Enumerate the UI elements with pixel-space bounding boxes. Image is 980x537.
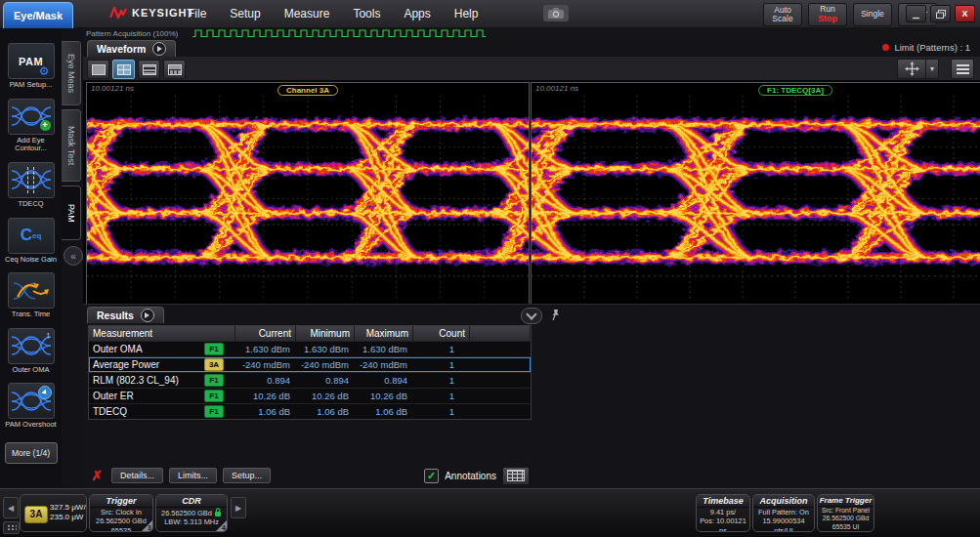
minimum-value: 10.26 dB: [296, 391, 355, 401]
table-grid-icon: [507, 470, 525, 481]
annotations-checkbox[interactable]: ✓: [424, 469, 439, 483]
updown-arrows-icon: ↕: [46, 330, 51, 340]
eye-panel-f1-tdecq[interactable]: 10.00121 ns F1: TDECQ[3A]: [531, 82, 980, 305]
count-value: 1: [413, 406, 470, 417]
source-badge: F1: [204, 405, 224, 418]
tab-pam[interactable]: PAM: [62, 186, 81, 240]
annotations-control: ✓ Annotations: [424, 467, 530, 485]
minimize-button[interactable]: ▁: [906, 5, 926, 22]
table-row[interactable]: RLM (802.3 CL_94) F1 0.894 0.894 0.894 1: [89, 372, 531, 388]
eye-mask-mode-tab[interactable]: Eye/Mask: [3, 2, 73, 28]
sidebar-item-tdecq[interactable]: TDECQ: [1, 162, 62, 209]
limit-indicator: Limit (Patterns) : 1: [882, 42, 970, 53]
results-footer-button[interactable]: Setup...: [223, 468, 271, 483]
count-value: 1: [413, 344, 470, 354]
table-row[interactable]: TDECQ F1 1.06 dB 1.06 dB 1.06 dB 1: [89, 403, 531, 419]
menu-item[interactable]: File: [188, 7, 206, 21]
chevron-down-icon: [526, 309, 536, 319]
measurement-table: Measurement Current Minimum Maximum Coun…: [88, 325, 532, 420]
tab-waveform[interactable]: Waveform: [87, 40, 176, 57]
eye-panel-channel-3a[interactable]: 10.00121 ns Channel 3A: [86, 82, 530, 305]
sidebar-item-ceq-noise-gain[interactable]: Ceq Ceq Noise Gain: [1, 218, 62, 265]
table-row[interactable]: Outer OMA F1 1.630 dBm 1.630 dBm 1.630 d…: [89, 341, 531, 356]
restore-button[interactable]: [930, 5, 951, 22]
waveform-play-icon[interactable]: [152, 42, 166, 56]
tab-mask-test[interactable]: Mask Test: [62, 109, 81, 182]
panel-timebase-readout: 10.00121 ns: [535, 84, 578, 93]
auto-scale-button[interactable]: Auto Scale: [763, 3, 802, 26]
layout-split-button[interactable]: [163, 60, 186, 79]
waveform-area: 10.00121 ns Channel 3A 10.00121 ns F1: T…: [83, 80, 980, 304]
channel-label-chip[interactable]: Channel 3A: [277, 85, 338, 96]
frame-trigger-panel[interactable]: Frame Trigger Src: Front Panel 26.562500…: [817, 494, 874, 532]
layout-single-button[interactable]: [87, 60, 109, 79]
sidebar-item-add-eye-contour[interactable]: + Add Eye Contour...: [1, 99, 62, 153]
scroll-right-button[interactable]: ▶: [231, 497, 246, 518]
tab-results[interactable]: Results: [87, 307, 164, 323]
toolbar-right: ▾: [897, 59, 974, 79]
function-label-chip[interactable]: F1: TDECQ[3A]: [758, 85, 832, 96]
window-controls: ▁ X: [906, 5, 975, 22]
display-menu-button[interactable]: [951, 59, 974, 79]
channel-badge[interactable]: 3A: [24, 506, 48, 523]
channel-3a-panel[interactable]: 3A 327.5 μW/ 235.0 μW: [20, 494, 87, 532]
sidebar-item-pam-overshoot[interactable]: PAM Overshoot: [1, 383, 62, 430]
flexdca-app: { "titlebar": { "app_tab": "Eye/Mask", "…: [0, 0, 980, 537]
sidebar-item-trans-time[interactable]: Trans. Time: [1, 272, 62, 319]
results-play-icon[interactable]: [141, 309, 154, 322]
results-footer-button[interactable]: Details...: [111, 468, 163, 483]
menu-item[interactable]: Tools: [353, 7, 380, 21]
pan-tool-button[interactable]: [897, 59, 926, 79]
source-badge: F1: [204, 390, 224, 402]
tab-eye-meas[interactable]: Eye Meas: [62, 41, 81, 105]
pan-tool-dropdown[interactable]: ▾: [926, 59, 939, 79]
delete-measurement-button[interactable]: ✗: [88, 468, 106, 483]
layout-rows-button[interactable]: [138, 60, 160, 79]
results-footer-button[interactable]: Limits...: [169, 468, 217, 483]
layout-grid-button[interactable]: [112, 60, 135, 79]
channel-grid-button[interactable]: [3, 521, 20, 534]
current-value: 10.26 dB: [235, 391, 296, 401]
add-plus-icon: +: [40, 120, 51, 131]
menu-item[interactable]: Setup: [230, 7, 260, 21]
pattern-acquisition-label: Pattern Acquisition (100%): [86, 29, 178, 38]
minimum-value: 0.894: [296, 375, 355, 386]
pattern-acquisition-bar: Pattern Acquisition (100%): [83, 27, 980, 40]
maximum-value: 10.26 dB: [355, 391, 413, 401]
table-row[interactable]: Outer ER F1 10.26 dB 10.26 dB 10.26 dB 1: [89, 388, 531, 403]
run-stop-button[interactable]: Run Stop: [808, 3, 847, 26]
cdr-panel[interactable]: CDR 26.562500 GBd LBW: 5.313 MHz 4: [155, 494, 228, 532]
menu-item[interactable]: Apps: [404, 7, 430, 21]
results-collapse-button[interactable]: [521, 308, 542, 324]
eye-diagram-icon: [12, 332, 51, 359]
acquisition-squarewave-icon: [192, 28, 486, 39]
timebase-panel[interactable]: Timebase 9.41 ps/ Pos: 10.00121 ns: [696, 494, 750, 532]
more-measurements-button[interactable]: More (1/4): [5, 442, 58, 464]
results-footer: ✗ Details... Limits... Setup... ✓ Annota…: [88, 466, 530, 485]
gear-icon: ⚙: [39, 65, 50, 77]
sidebar-item-outer-oma[interactable]: ↕ Outer OMA: [1, 328, 62, 375]
display-toolbar: ▾: [83, 57, 980, 81]
transition-time-icon: [12, 277, 51, 305]
results-pin-button[interactable]: [548, 308, 562, 322]
single-button[interactable]: Single: [853, 3, 892, 26]
titlebar: KEYSIGHT File Setup Measure Tools Apps H…: [0, 0, 980, 28]
trigger-panel[interactable]: Trigger Src: Clock In 26.562500 GBd 6553…: [89, 494, 153, 532]
menu-item[interactable]: Measure: [284, 7, 330, 21]
table-layout-button[interactable]: [502, 467, 530, 485]
screenshot-button[interactable]: [543, 5, 569, 21]
menu-item[interactable]: Help: [454, 7, 479, 21]
maximum-value: 1.06 dB: [355, 406, 413, 417]
scroll-left-button[interactable]: ◀: [3, 497, 19, 518]
count-value: 1: [413, 375, 470, 386]
current-value: -240 mdBm: [235, 359, 296, 370]
display-tab-row: Waveform Limit (Patterns) : 1: [83, 40, 980, 57]
lock-icon: [214, 508, 222, 516]
table-row[interactable]: Average Power 3A -240 mdBm -240 mdBm -24…: [89, 356, 531, 372]
current-value: 1.630 dBm: [235, 344, 296, 354]
sidebar-collapse-button[interactable]: «: [64, 246, 83, 266]
close-button[interactable]: X: [955, 5, 975, 22]
sidebar-item-pam-setup[interactable]: PAM⚙ PAM Setup...: [1, 43, 62, 90]
acquisition-panel[interactable]: Acquisition Full Pattern: On 15.99000534…: [752, 494, 815, 532]
eye-diagram-icon: [12, 166, 51, 193]
